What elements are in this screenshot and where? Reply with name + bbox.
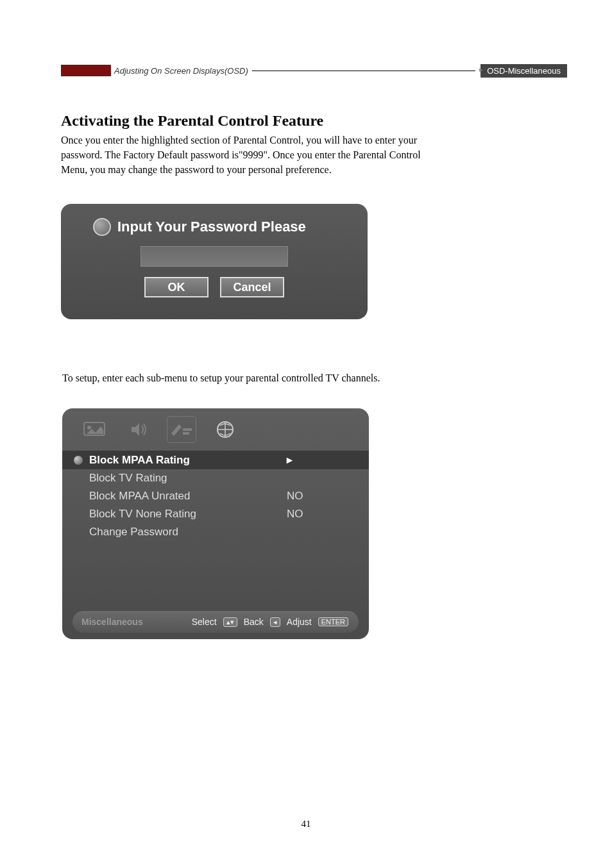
ok-button[interactable]: OK: [144, 277, 208, 297]
audio-tab-icon[interactable]: [124, 417, 152, 442]
cancel-button[interactable]: Cancel: [220, 277, 284, 297]
password-dialog: Input Your Password Please OK Cancel: [61, 204, 368, 319]
page-number: 41: [0, 819, 612, 830]
globe-icon: [93, 218, 111, 236]
picture-tab-icon[interactable]: [80, 417, 108, 442]
menu-list: Block MPAA Rating ▸ Block TV Rating Bloc…: [62, 451, 369, 541]
footer-adjust-label: Adjust: [287, 617, 312, 627]
header-accent-block: [61, 65, 111, 76]
menu-footer: Miscellaneous Select ▴▾ Back ◂ Adjust EN…: [72, 611, 359, 633]
svg-rect-3: [183, 432, 189, 435]
enter-key-icon: ENTER: [318, 617, 348, 626]
dialog-title-text: Input Your Password Please: [117, 219, 306, 235]
breadcrumb-section-badge: OSD-Miscellaneous: [480, 64, 567, 78]
breadcrumb-left: Adjusting On Screen Displays(OSD): [114, 66, 248, 76]
submenu-arrow-icon: ▸: [287, 453, 357, 467]
footer-select-label: Select: [192, 617, 217, 627]
misc-tab-icon[interactable]: [211, 417, 239, 442]
dialog-title-row: Input Your Password Please: [93, 218, 348, 236]
setup-tab-icon[interactable]: [167, 417, 196, 442]
setup-paragraph: To setup, enter each sub-menu to setup y…: [62, 371, 421, 385]
menu-item-label: Change Password: [89, 526, 280, 538]
updown-key-icon: ▴▾: [223, 617, 237, 627]
menu-item-label: Block MPAA Unrated: [89, 490, 280, 503]
menu-item-block-mpaa-unrated[interactable]: Block MPAA Unrated NO: [62, 487, 369, 505]
menu-item-label: Block MPAA Rating: [89, 454, 280, 467]
menu-item-change-password[interactable]: Change Password: [62, 523, 369, 541]
menu-item-value: NO: [287, 490, 357, 503]
menu-item-value: NO: [287, 508, 357, 521]
menu-item-block-tv-rating[interactable]: Block TV Rating: [62, 469, 369, 487]
page-title: Activating the Parental Control Feature: [61, 112, 323, 129]
menu-item-block-tv-none-rating[interactable]: Block TV None Rating NO: [62, 505, 369, 523]
parental-control-menu: Block MPAA Rating ▸ Block TV Rating Bloc…: [62, 408, 369, 639]
breadcrumb-divider: [252, 71, 475, 71]
svg-point-1: [87, 426, 91, 430]
menu-item-label: Block TV Rating: [89, 472, 280, 485]
menu-item-label: Block TV None Rating: [89, 508, 280, 521]
password-input[interactable]: [140, 246, 288, 267]
menu-top-icons: [62, 408, 369, 451]
dialog-button-row: OK Cancel: [80, 277, 348, 297]
bullet-icon: [74, 456, 83, 465]
footer-back-label: Back: [244, 617, 264, 627]
header-row: Adjusting On Screen Displays(OSD) OSD-Mi…: [61, 61, 567, 80]
menu-item-block-mpaa-rating[interactable]: Block MPAA Rating ▸: [62, 451, 369, 469]
left-key-icon: ◂: [270, 617, 280, 627]
footer-section-label: Miscellaneous: [81, 617, 143, 627]
intro-paragraph: Once you enter the highlighted section o…: [61, 133, 433, 178]
svg-rect-2: [183, 428, 192, 431]
